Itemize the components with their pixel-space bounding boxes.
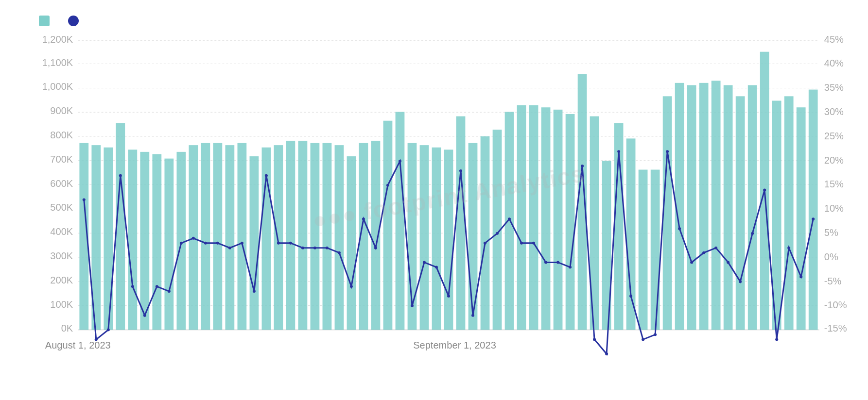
growth-dot-50: [690, 261, 693, 264]
bar-5: [140, 152, 149, 330]
growth-dot-25: [386, 184, 389, 187]
growth-dot-8: [180, 242, 183, 245]
bar-50: [687, 85, 696, 330]
bar-16: [274, 145, 283, 330]
growth-dot-39: [556, 261, 559, 264]
bar-59: [797, 107, 806, 330]
bar-30: [444, 150, 453, 330]
bar-29: [432, 148, 441, 330]
growth-dot-15: [265, 174, 268, 177]
bar-24: [371, 141, 381, 330]
growth-dot-56: [763, 189, 766, 192]
growth-dot-32: [471, 314, 474, 317]
bar-22: [347, 156, 356, 330]
growth-dot-42: [593, 338, 596, 341]
svg-text:100K: 100K: [50, 299, 73, 310]
bar-40: [566, 114, 575, 330]
growth-dot-45: [629, 295, 632, 298]
growth-dot-7: [168, 290, 171, 293]
bar-21: [335, 145, 344, 330]
growth-dot-6: [156, 285, 158, 288]
growth-dot-34: [496, 232, 499, 235]
svg-text:30%: 30%: [824, 106, 844, 117]
bar-48: [663, 96, 672, 330]
bar-18: [298, 141, 308, 330]
bar-33: [481, 136, 490, 330]
bar-46: [639, 170, 648, 330]
growth-dot-19: [313, 247, 316, 250]
chart-container: ●●● footprint Analytics .grid-line { str…: [0, 0, 868, 400]
legend-item-active-users: [39, 16, 53, 26]
growth-dot-28: [423, 261, 426, 264]
svg-text:300K: 300K: [50, 250, 73, 261]
svg-text:-15%: -15%: [824, 323, 847, 334]
svg-text:1,000K: 1,000K: [42, 82, 73, 92]
svg-text:500K: 500K: [50, 202, 73, 213]
bar-60: [809, 90, 818, 330]
svg-text:15%: 15%: [824, 179, 844, 190]
growth-dot-52: [714, 247, 717, 250]
svg-text:September 1, 2023: September 1, 2023: [413, 340, 496, 351]
svg-text:40%: 40%: [824, 58, 844, 69]
bar-19: [311, 143, 320, 330]
legend: [39, 16, 858, 26]
growth-dot-10: [204, 242, 207, 245]
growth-dot-37: [532, 242, 535, 245]
svg-text:0K: 0K: [61, 323, 73, 334]
chart-area: ●●● footprint Analytics .grid-line { str…: [39, 36, 858, 358]
bar-45: [626, 138, 636, 330]
bar-26: [396, 112, 405, 330]
growth-dot-4: [131, 285, 134, 288]
growth-dot-18: [301, 247, 304, 250]
bar-47: [651, 170, 660, 330]
growth-dot-36: [520, 242, 523, 245]
svg-text:0%: 0%: [824, 251, 838, 262]
growth-dot-0: [83, 198, 86, 201]
svg-text:1,100K: 1,100K: [42, 57, 73, 68]
growth-dot-29: [435, 266, 438, 268]
svg-text:200K: 200K: [50, 275, 73, 285]
growth-dot-13: [241, 242, 243, 245]
svg-text:600K: 600K: [50, 178, 73, 189]
bar-51: [699, 83, 709, 330]
growth-dot-54: [739, 280, 742, 283]
growth-dot-35: [508, 217, 511, 220]
growth-dot-23: [362, 217, 365, 220]
svg-text:20%: 20%: [824, 155, 844, 166]
bar-52: [712, 81, 721, 330]
growth-dot-57: [775, 338, 778, 341]
bar-58: [784, 96, 794, 330]
growth-dot-5: [143, 314, 146, 317]
bar-31: [456, 117, 466, 330]
bar-3: [116, 123, 125, 330]
chart-svg: .grid-line { stroke: #ddd; stroke-width:…: [39, 36, 858, 358]
growth-dot-47: [654, 333, 657, 336]
growth-dot-17: [289, 242, 292, 245]
growth-dot-40: [569, 266, 572, 268]
svg-text:700K: 700K: [50, 154, 73, 165]
bar-28: [420, 145, 429, 330]
growth-dot-53: [727, 261, 729, 264]
growth-dot-11: [216, 242, 219, 245]
svg-text:-10%: -10%: [824, 300, 847, 311]
legend-bar-icon: [39, 16, 50, 26]
growth-dot-43: [605, 352, 608, 355]
legend-item-growth-rate: [68, 16, 83, 26]
growth-dot-21: [338, 251, 341, 254]
growth-dot-44: [617, 150, 620, 153]
growth-dot-12: [228, 247, 231, 250]
growth-dot-26: [399, 160, 401, 163]
bar-32: [469, 143, 478, 330]
growth-dot-49: [678, 227, 681, 230]
bar-20: [323, 143, 332, 330]
bar-12: [225, 145, 234, 330]
growth-dot-22: [350, 285, 353, 288]
svg-text:August 1, 2023: August 1, 2023: [45, 340, 111, 351]
bar-10: [201, 143, 210, 330]
bar-2: [104, 148, 113, 330]
growth-dot-55: [751, 232, 754, 235]
svg-text:800K: 800K: [50, 130, 73, 140]
bar-53: [724, 85, 733, 330]
svg-text:5%: 5%: [824, 227, 838, 238]
bar-35: [505, 112, 514, 330]
